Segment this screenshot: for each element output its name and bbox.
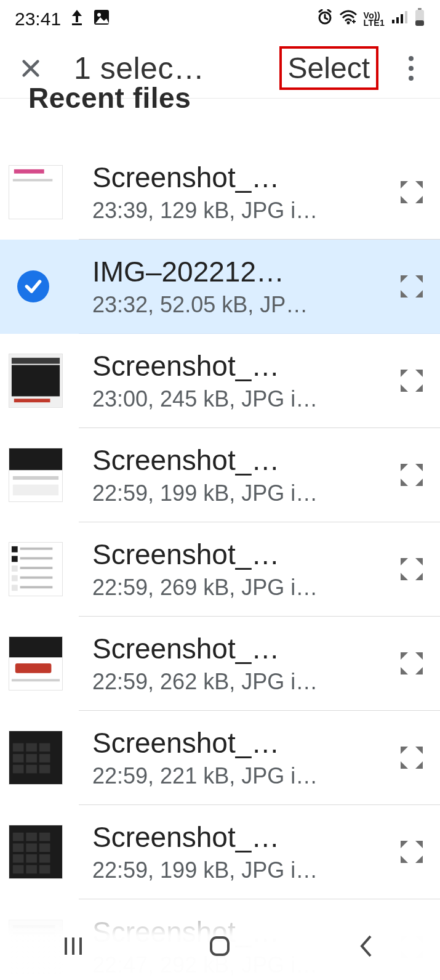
file-name: Screenshot_…: [92, 161, 332, 194]
svg-rect-43: [26, 754, 37, 763]
file-row[interactable]: Screenshot_… 23:00, 245 kB, JPG i…: [0, 334, 440, 428]
svg-rect-25: [20, 548, 53, 550]
svg-rect-26: [12, 556, 18, 562]
file-meta: 22:59, 199 kB, JPG i…: [92, 480, 332, 506]
svg-rect-20: [9, 448, 62, 470]
svg-rect-7: [401, 14, 403, 23]
svg-rect-16: [12, 358, 60, 364]
svg-rect-31: [20, 577, 53, 579]
file-thumbnail[interactable]: [9, 354, 63, 408]
svg-rect-46: [26, 765, 37, 774]
file-thumbnail[interactable]: [9, 165, 63, 219]
wifi-icon: [339, 10, 358, 29]
svg-rect-42: [13, 754, 24, 763]
svg-rect-53: [26, 843, 37, 852]
file-name: Screenshot_…: [92, 349, 332, 383]
svg-rect-56: [26, 854, 37, 863]
alarm-icon: [317, 9, 333, 30]
svg-rect-33: [20, 586, 53, 588]
status-bar: 23:41 Vo))LTE1: [0, 0, 440, 38]
svg-rect-39: [13, 743, 24, 752]
expand-icon[interactable]: [394, 363, 429, 398]
file-row[interactable]: Screenshot_… 22:59, 199 kB, JPG i…: [0, 428, 440, 522]
svg-rect-54: [39, 843, 50, 852]
svg-rect-29: [20, 567, 53, 569]
svg-rect-41: [39, 743, 50, 752]
file-thumbnail[interactable]: [9, 636, 63, 690]
file-list[interactable]: Screenshot_… 23:39, 129 kB, JPG i… IMG–2…: [0, 145, 440, 980]
svg-rect-44: [39, 754, 50, 763]
svg-rect-50: [26, 833, 37, 841]
svg-rect-51: [39, 833, 50, 841]
svg-point-2: [97, 13, 101, 17]
back-button[interactable]: [336, 928, 398, 965]
battery-icon: [414, 8, 425, 31]
svg-rect-21: [13, 476, 58, 480]
svg-rect-12: [9, 166, 62, 219]
svg-rect-27: [20, 557, 53, 559]
file-name: Screenshot_…: [92, 538, 332, 571]
svg-rect-68: [211, 937, 228, 955]
svg-rect-0: [72, 23, 82, 25]
file-meta: 22:59, 199 kB, JPG i…: [92, 857, 332, 883]
svg-rect-8: [405, 11, 407, 23]
home-button[interactable]: [189, 928, 250, 965]
svg-rect-30: [12, 575, 18, 581]
svg-rect-36: [15, 663, 52, 673]
status-time: 23:41: [15, 9, 61, 30]
svg-rect-35: [9, 637, 62, 657]
file-name: Screenshot_…: [92, 726, 332, 759]
more-options-icon[interactable]: [394, 52, 428, 85]
file-meta: 22:59, 221 kB, JPG i…: [92, 763, 332, 789]
expand-icon[interactable]: [394, 269, 429, 304]
file-name: Screenshot_…: [92, 820, 332, 854]
svg-rect-22: [13, 485, 58, 496]
svg-rect-13: [14, 169, 44, 174]
expand-icon[interactable]: [394, 740, 429, 775]
file-row[interactable]: Screenshot_… 22:59, 269 kB, JPG i…: [0, 522, 440, 617]
svg-rect-37: [12, 679, 60, 681]
file-thumbnail[interactable]: [9, 825, 63, 879]
expand-icon[interactable]: [394, 646, 429, 681]
expand-icon[interactable]: [394, 552, 429, 586]
file-thumbnail[interactable]: [9, 731, 63, 785]
svg-rect-32: [12, 585, 18, 591]
file-row[interactable]: Screenshot_… 23:39, 129 kB, JPG i…: [0, 145, 440, 240]
svg-rect-18: [14, 399, 50, 402]
svg-rect-9: [418, 8, 422, 10]
expand-icon[interactable]: [394, 458, 429, 492]
selection-title: 1 selec…: [74, 51, 204, 86]
image-icon: [93, 9, 110, 30]
file-meta: 23:39, 129 kB, JPG i…: [92, 198, 332, 224]
file-meta: 23:32, 52.05 kB, JP…: [92, 292, 332, 318]
expand-icon[interactable]: [394, 835, 429, 869]
expand-icon[interactable]: [394, 175, 429, 209]
file-row[interactable]: Screenshot_… 22:59, 221 kB, JPG i…: [0, 711, 440, 805]
svg-rect-14: [13, 179, 53, 182]
file-name: Screenshot_…: [92, 443, 332, 477]
select-all-button[interactable]: Select: [279, 46, 378, 90]
svg-rect-6: [396, 17, 399, 23]
svg-rect-49: [13, 833, 24, 841]
svg-rect-52: [13, 843, 24, 852]
file-thumbnail[interactable]: [9, 448, 63, 502]
file-row[interactable]: IMG–202212… 23:32, 52.05 kB, JP…: [0, 240, 440, 334]
svg-rect-5: [392, 20, 394, 23]
svg-rect-58: [13, 865, 24, 874]
upload-icon: [70, 9, 84, 30]
file-row[interactable]: Screenshot_… 22:59, 262 kB, JPG i…: [0, 617, 440, 711]
file-row[interactable]: Screenshot_… 22:59, 199 kB, JPG i…: [0, 805, 440, 899]
file-thumbnail[interactable]: [9, 542, 63, 596]
svg-rect-28: [12, 565, 18, 572]
signal-icon: [391, 10, 408, 29]
file-selected-check-icon[interactable]: [17, 270, 49, 302]
recents-button[interactable]: [42, 928, 104, 965]
svg-rect-55: [13, 854, 24, 863]
status-right: Vo))LTE1: [317, 8, 425, 31]
svg-rect-59: [26, 865, 37, 874]
file-meta: 22:59, 262 kB, JPG i…: [92, 669, 332, 695]
svg-rect-17: [12, 365, 60, 397]
svg-rect-11: [415, 20, 424, 26]
file-meta: 23:00, 245 kB, JPG i…: [92, 386, 332, 412]
file-name: IMG–202212…: [92, 255, 332, 288]
